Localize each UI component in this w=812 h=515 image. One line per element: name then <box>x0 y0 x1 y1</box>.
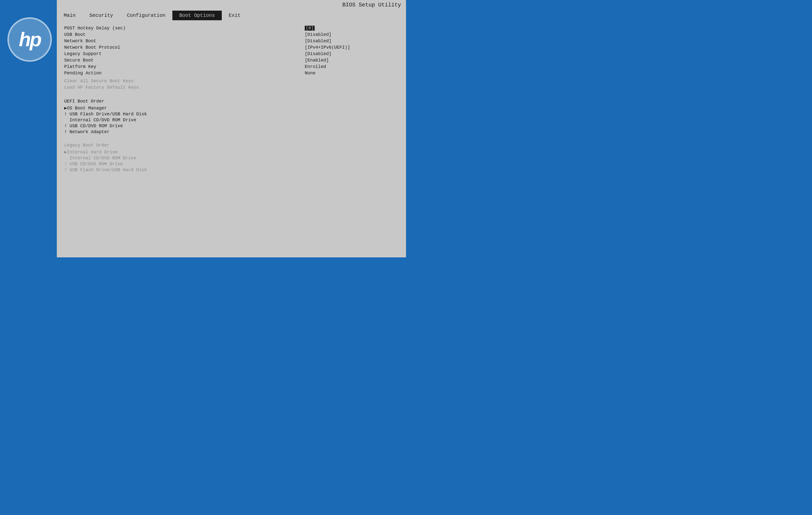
boot-item-network-adapter[interactable]: ! Network Adapter <box>64 130 295 134</box>
nav-item-configuration[interactable]: Configuration <box>120 10 172 20</box>
value-post-hotkey: [0] <box>305 26 399 31</box>
boot-item-os-manager[interactable]: ▶OS Boot Manager <box>64 105 295 111</box>
right-panel: [0] [Disabled] [Disabled] [IPv4+IPv6(UEF… <box>305 26 399 173</box>
content-area: POST Hotkey Delay (sec) USB Boot Network… <box>57 21 406 178</box>
nav-item-main[interactable]: Main <box>57 10 83 20</box>
value-network-boot: [Disabled] <box>305 38 399 44</box>
bios-title: BIOS Setup Utility <box>342 2 401 8</box>
boot-item-usb-flash[interactable]: ! USB Flash Drive/USB Hard Disk <box>64 112 295 117</box>
legacy-support-value: [Disabled] <box>305 51 331 56</box>
network-boot-label: Network Boot <box>64 38 158 44</box>
hp-logo-circle: hp <box>7 17 52 62</box>
legacy-support-label: Legacy Support <box>64 51 158 56</box>
value-secure-boot: [Enabled] <box>305 58 399 63</box>
value-pending-action: None <box>305 70 399 76</box>
setting-pending-action[interactable]: Pending Action <box>64 70 295 76</box>
post-hotkey-value: [0] <box>305 26 315 31</box>
network-boot-protocol-value: [IPv4+IPv6(UEFI)] <box>305 45 350 50</box>
setting-network-boot-protocol[interactable]: Network Boot Protocol <box>64 45 295 50</box>
legacy-boot-item-internal-cd[interactable]: Internal CD/DVD ROM Drive <box>64 155 295 161</box>
value-legacy-support: [Disabled] <box>305 51 399 56</box>
uefi-boot-order-header: UEFI Boot Order <box>64 99 295 104</box>
nav-item-boot-options[interactable]: Boot Options <box>172 10 222 20</box>
platform-key-value: Enrolled <box>305 64 326 69</box>
setting-post-hotkey[interactable]: POST Hotkey Delay (sec) <box>64 26 295 31</box>
boot-item-internal-cd[interactable]: Internal CD/DVD ROM Drive <box>64 118 295 122</box>
left-panel: POST Hotkey Delay (sec) USB Boot Network… <box>64 26 295 173</box>
setting-network-boot[interactable]: Network Boot <box>64 38 295 44</box>
setting-legacy-support[interactable]: Legacy Support <box>64 51 295 56</box>
legacy-boot-order-header: Legacy Boot Order <box>64 143 295 148</box>
action-load-factory[interactable]: Load HP Factory Default Keys <box>64 85 295 90</box>
platform-key-label: Platform Key <box>64 64 158 69</box>
usb-boot-label: USB Boot <box>64 32 158 37</box>
main-content-area: BIOS Setup Utility Main Security Configu… <box>57 0 406 257</box>
legacy-boot-item-usb-cd[interactable]: ! USB CD/DVD ROM Drive <box>64 162 295 167</box>
value-usb-boot: [Disabled] <box>305 32 399 37</box>
legacy-boot-item-usb-flash[interactable]: ! USB Flash Drive/USB Hard Disk <box>64 168 295 172</box>
top-bar: BIOS Setup Utility <box>57 0 406 10</box>
setting-platform-key[interactable]: Platform Key <box>64 64 295 69</box>
value-network-boot-protocol: [IPv4+IPv6(UEFI)] <box>305 45 399 50</box>
hp-logo: hp <box>5 15 54 64</box>
post-hotkey-label: POST Hotkey Delay (sec) <box>64 26 158 31</box>
setting-usb-boot[interactable]: USB Boot <box>64 32 295 37</box>
network-boot-protocol-label: Network Boot Protocol <box>64 45 158 50</box>
action-clear-keys[interactable]: Clear All Secure Boot Keys <box>64 79 295 84</box>
nav-item-exit[interactable]: Exit <box>222 10 248 20</box>
nav-item-security[interactable]: Security <box>83 10 120 20</box>
load-factory-label: Load HP Factory Default Keys <box>64 85 158 90</box>
setting-secure-boot[interactable]: Secure Boot <box>64 58 295 63</box>
legacy-boot-item-internal-hd[interactable]: ▶Internal Hard Drive <box>64 149 295 154</box>
pending-action-label: Pending Action <box>64 70 158 76</box>
clear-keys-label: Clear All Secure Boot Keys <box>64 79 158 84</box>
secure-boot-label: Secure Boot <box>64 58 158 63</box>
nav-bar: Main Security Configuration Boot Options… <box>57 10 406 21</box>
pending-action-value: None <box>305 70 315 76</box>
hp-logo-text: hp <box>19 28 40 51</box>
value-platform-key: Enrolled <box>305 64 399 69</box>
network-boot-value: [Disabled] <box>305 38 331 44</box>
secure-boot-value: [Enabled] <box>305 58 329 63</box>
usb-boot-value: [Disabled] <box>305 32 331 37</box>
boot-item-usb-cd[interactable]: ! USB CD/DVD ROM Drive <box>64 123 295 128</box>
